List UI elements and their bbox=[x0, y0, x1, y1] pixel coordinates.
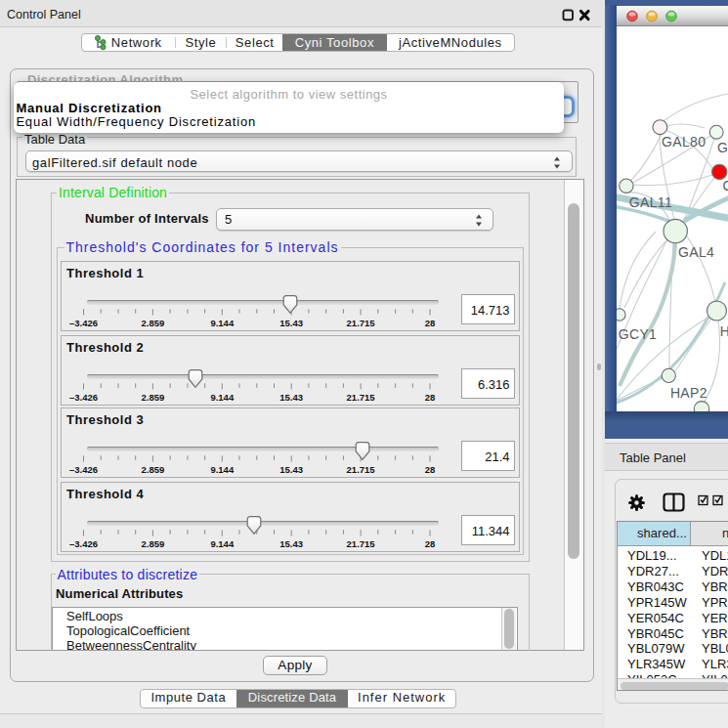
svg-text:GAL11: GAL11 bbox=[629, 194, 672, 210]
svg-text:GAL80: GAL80 bbox=[662, 134, 706, 150]
svg-text:HAP2: HAP2 bbox=[670, 385, 707, 401]
svg-text:GCY1: GCY1 bbox=[619, 326, 658, 342]
svg-text:C: C bbox=[723, 178, 728, 193]
svg-text:GAL4: GAL4 bbox=[678, 244, 714, 260]
svg-text:GA: GA bbox=[717, 140, 728, 155]
svg-text:H: H bbox=[720, 323, 728, 339]
